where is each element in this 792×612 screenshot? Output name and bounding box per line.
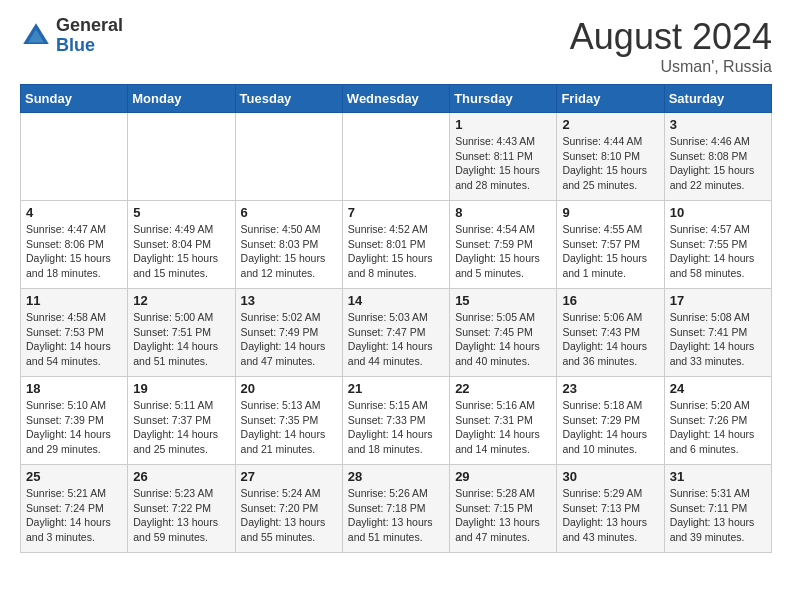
calendar-cell: 27Sunrise: 5:24 AM Sunset: 7:20 PM Dayli… (235, 465, 342, 553)
calendar-cell: 5Sunrise: 4:49 AM Sunset: 8:04 PM Daylig… (128, 201, 235, 289)
day-info: Sunrise: 5:15 AM Sunset: 7:33 PM Dayligh… (348, 398, 444, 457)
day-number: 20 (241, 381, 337, 396)
calendar-cell (235, 113, 342, 201)
calendar-cell: 21Sunrise: 5:15 AM Sunset: 7:33 PM Dayli… (342, 377, 449, 465)
day-number: 30 (562, 469, 658, 484)
day-info: Sunrise: 5:20 AM Sunset: 7:26 PM Dayligh… (670, 398, 766, 457)
day-info: Sunrise: 4:50 AM Sunset: 8:03 PM Dayligh… (241, 222, 337, 281)
calendar-cell: 19Sunrise: 5:11 AM Sunset: 7:37 PM Dayli… (128, 377, 235, 465)
calendar-cell: 6Sunrise: 4:50 AM Sunset: 8:03 PM Daylig… (235, 201, 342, 289)
day-info: Sunrise: 5:21 AM Sunset: 7:24 PM Dayligh… (26, 486, 122, 545)
calendar-cell: 26Sunrise: 5:23 AM Sunset: 7:22 PM Dayli… (128, 465, 235, 553)
logo-icon (20, 20, 52, 52)
calendar-cell (21, 113, 128, 201)
day-number: 15 (455, 293, 551, 308)
calendar-cell: 22Sunrise: 5:16 AM Sunset: 7:31 PM Dayli… (450, 377, 557, 465)
day-number: 13 (241, 293, 337, 308)
day-number: 1 (455, 117, 551, 132)
calendar-week-row: 1Sunrise: 4:43 AM Sunset: 8:11 PM Daylig… (21, 113, 772, 201)
day-number: 5 (133, 205, 229, 220)
day-number: 26 (133, 469, 229, 484)
page-header: General Blue August 2024 Usman', Russia (20, 16, 772, 76)
logo-general: General (56, 15, 123, 35)
day-info: Sunrise: 4:43 AM Sunset: 8:11 PM Dayligh… (455, 134, 551, 193)
day-number: 11 (26, 293, 122, 308)
calendar-cell: 20Sunrise: 5:13 AM Sunset: 7:35 PM Dayli… (235, 377, 342, 465)
day-number: 14 (348, 293, 444, 308)
day-info: Sunrise: 5:06 AM Sunset: 7:43 PM Dayligh… (562, 310, 658, 369)
day-number: 4 (26, 205, 122, 220)
calendar-cell: 10Sunrise: 4:57 AM Sunset: 7:55 PM Dayli… (664, 201, 771, 289)
weekday-header-saturday: Saturday (664, 85, 771, 113)
day-number: 25 (26, 469, 122, 484)
day-info: Sunrise: 4:55 AM Sunset: 7:57 PM Dayligh… (562, 222, 658, 281)
calendar-cell: 31Sunrise: 5:31 AM Sunset: 7:11 PM Dayli… (664, 465, 771, 553)
calendar-cell: 28Sunrise: 5:26 AM Sunset: 7:18 PM Dayli… (342, 465, 449, 553)
location: Usman', Russia (570, 58, 772, 76)
day-number: 9 (562, 205, 658, 220)
day-number: 31 (670, 469, 766, 484)
calendar-table: SundayMondayTuesdayWednesdayThursdayFrid… (20, 84, 772, 553)
day-number: 3 (670, 117, 766, 132)
calendar-cell (128, 113, 235, 201)
calendar-cell: 8Sunrise: 4:54 AM Sunset: 7:59 PM Daylig… (450, 201, 557, 289)
day-number: 23 (562, 381, 658, 396)
day-number: 22 (455, 381, 551, 396)
calendar-cell: 3Sunrise: 4:46 AM Sunset: 8:08 PM Daylig… (664, 113, 771, 201)
calendar-cell: 12Sunrise: 5:00 AM Sunset: 7:51 PM Dayli… (128, 289, 235, 377)
calendar-cell: 23Sunrise: 5:18 AM Sunset: 7:29 PM Dayli… (557, 377, 664, 465)
logo-blue: Blue (56, 35, 95, 55)
day-number: 7 (348, 205, 444, 220)
calendar-cell (342, 113, 449, 201)
day-info: Sunrise: 5:10 AM Sunset: 7:39 PM Dayligh… (26, 398, 122, 457)
weekday-header-sunday: Sunday (21, 85, 128, 113)
calendar-cell: 1Sunrise: 4:43 AM Sunset: 8:11 PM Daylig… (450, 113, 557, 201)
day-info: Sunrise: 5:29 AM Sunset: 7:13 PM Dayligh… (562, 486, 658, 545)
day-info: Sunrise: 4:58 AM Sunset: 7:53 PM Dayligh… (26, 310, 122, 369)
calendar-cell: 13Sunrise: 5:02 AM Sunset: 7:49 PM Dayli… (235, 289, 342, 377)
calendar-cell: 2Sunrise: 4:44 AM Sunset: 8:10 PM Daylig… (557, 113, 664, 201)
day-number: 29 (455, 469, 551, 484)
day-info: Sunrise: 4:46 AM Sunset: 8:08 PM Dayligh… (670, 134, 766, 193)
day-info: Sunrise: 5:05 AM Sunset: 7:45 PM Dayligh… (455, 310, 551, 369)
day-info: Sunrise: 4:47 AM Sunset: 8:06 PM Dayligh… (26, 222, 122, 281)
weekday-header-row: SundayMondayTuesdayWednesdayThursdayFrid… (21, 85, 772, 113)
day-info: Sunrise: 5:16 AM Sunset: 7:31 PM Dayligh… (455, 398, 551, 457)
day-number: 6 (241, 205, 337, 220)
day-info: Sunrise: 5:03 AM Sunset: 7:47 PM Dayligh… (348, 310, 444, 369)
day-number: 27 (241, 469, 337, 484)
calendar-week-row: 18Sunrise: 5:10 AM Sunset: 7:39 PM Dayli… (21, 377, 772, 465)
calendar-cell: 29Sunrise: 5:28 AM Sunset: 7:15 PM Dayli… (450, 465, 557, 553)
calendar-cell: 30Sunrise: 5:29 AM Sunset: 7:13 PM Dayli… (557, 465, 664, 553)
day-number: 12 (133, 293, 229, 308)
calendar-cell: 7Sunrise: 4:52 AM Sunset: 8:01 PM Daylig… (342, 201, 449, 289)
day-number: 17 (670, 293, 766, 308)
calendar-cell: 15Sunrise: 5:05 AM Sunset: 7:45 PM Dayli… (450, 289, 557, 377)
logo: General Blue (20, 16, 123, 56)
day-info: Sunrise: 4:49 AM Sunset: 8:04 PM Dayligh… (133, 222, 229, 281)
day-info: Sunrise: 5:11 AM Sunset: 7:37 PM Dayligh… (133, 398, 229, 457)
calendar-week-row: 11Sunrise: 4:58 AM Sunset: 7:53 PM Dayli… (21, 289, 772, 377)
day-info: Sunrise: 4:57 AM Sunset: 7:55 PM Dayligh… (670, 222, 766, 281)
month-year: August 2024 (570, 16, 772, 58)
calendar-cell: 9Sunrise: 4:55 AM Sunset: 7:57 PM Daylig… (557, 201, 664, 289)
day-info: Sunrise: 5:13 AM Sunset: 7:35 PM Dayligh… (241, 398, 337, 457)
day-number: 28 (348, 469, 444, 484)
day-number: 2 (562, 117, 658, 132)
logo-text: General Blue (56, 16, 123, 56)
day-number: 16 (562, 293, 658, 308)
day-info: Sunrise: 5:28 AM Sunset: 7:15 PM Dayligh… (455, 486, 551, 545)
calendar-cell: 25Sunrise: 5:21 AM Sunset: 7:24 PM Dayli… (21, 465, 128, 553)
weekday-header-tuesday: Tuesday (235, 85, 342, 113)
weekday-header-monday: Monday (128, 85, 235, 113)
day-info: Sunrise: 4:52 AM Sunset: 8:01 PM Dayligh… (348, 222, 444, 281)
weekday-header-wednesday: Wednesday (342, 85, 449, 113)
calendar-week-row: 4Sunrise: 4:47 AM Sunset: 8:06 PM Daylig… (21, 201, 772, 289)
title-area: August 2024 Usman', Russia (570, 16, 772, 76)
weekday-header-friday: Friday (557, 85, 664, 113)
day-number: 8 (455, 205, 551, 220)
day-info: Sunrise: 5:24 AM Sunset: 7:20 PM Dayligh… (241, 486, 337, 545)
calendar-cell: 16Sunrise: 5:06 AM Sunset: 7:43 PM Dayli… (557, 289, 664, 377)
day-number: 21 (348, 381, 444, 396)
calendar-cell: 18Sunrise: 5:10 AM Sunset: 7:39 PM Dayli… (21, 377, 128, 465)
